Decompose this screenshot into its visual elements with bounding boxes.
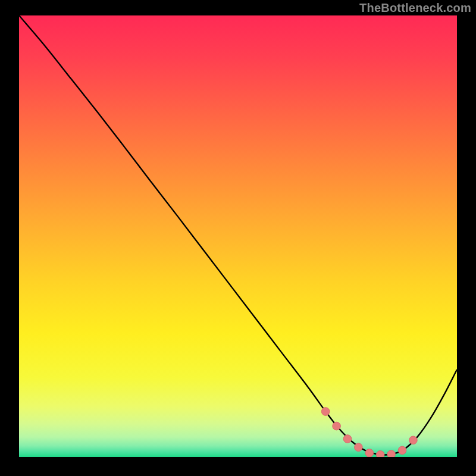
valley-marker	[376, 450, 384, 459]
valley-marker	[333, 422, 341, 430]
gradient-background	[19, 15, 457, 457]
valley-marker	[387, 450, 396, 459]
valley-marker	[343, 435, 352, 443]
valley-marker	[409, 436, 418, 444]
valley-marker	[365, 449, 374, 458]
valley-marker	[398, 446, 406, 455]
chart-svg	[0, 0, 476, 476]
valley-marker	[321, 408, 330, 416]
valley-marker	[355, 443, 363, 452]
